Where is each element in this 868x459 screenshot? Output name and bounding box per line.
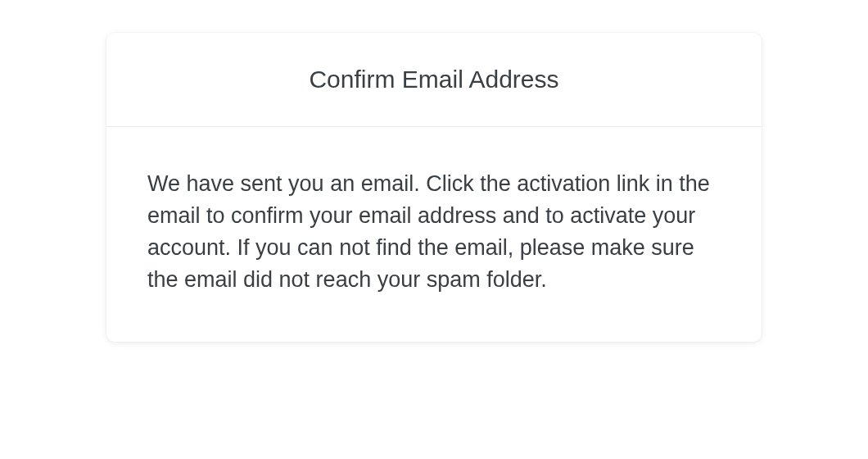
card-header: Confirm Email Address	[106, 33, 762, 127]
card-body: We have sent you an email. Click the act…	[106, 127, 762, 342]
card-message: We have sent you an email. Click the act…	[147, 168, 721, 297]
confirm-email-card: Confirm Email Address We have sent you a…	[106, 33, 762, 342]
card-title: Confirm Email Address	[147, 66, 721, 93]
